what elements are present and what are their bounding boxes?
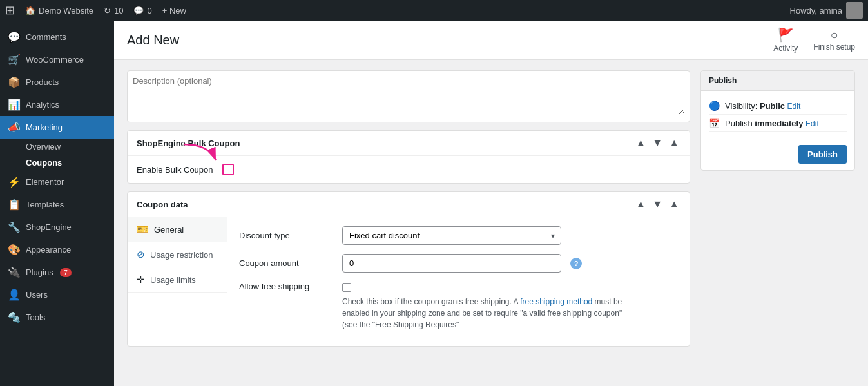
sub-item-label: Overview [26, 142, 61, 151]
arrow-svg [177, 138, 229, 170]
appearance-icon: 🎨 [8, 244, 21, 256]
publish-button[interactable]: Publish [798, 145, 847, 164]
elementor-icon: ⚡ [8, 176, 21, 188]
page-title: Add New [127, 33, 179, 48]
sidebar-item-appearance[interactable]: 🎨 Appearance [0, 238, 114, 261]
right-sidebar: Publish 🔵 Visibility: Public Edit 📅 [700, 70, 855, 347]
discount-type-select[interactable]: Percentage discount Fixed cart discount … [342, 226, 561, 245]
coupon-tabs: 🎫 General ⊘ Usage restriction ✛ Usage li… [128, 217, 227, 346]
sidebar-item-label: Plugins [26, 267, 53, 277]
publish-body: 🔵 Visibility: Public Edit 📅 Publish [701, 91, 854, 139]
activity-label: Activity [773, 44, 798, 53]
sidebar-item-label: Tools [26, 313, 45, 322]
updates-icon: ↻ [104, 6, 111, 15]
site-name: Demo Website [39, 6, 93, 15]
shopengine-icon: 🔧 [8, 221, 21, 233]
sidebar-item-marketing[interactable]: 📣 Marketing [0, 116, 114, 139]
panel-down-button[interactable]: ▼ [651, 137, 664, 149]
site-name-link[interactable]: 🏠 Demo Website [25, 6, 93, 15]
main-column: ShopEngine Bulk Coupon ▲ ▼ ▲ Enable Bulk… [127, 70, 690, 347]
comments-icon: 💬 [133, 6, 144, 15]
page-header-actions: 🚩 Activity ○ Finish setup [773, 27, 855, 53]
arrow-container [222, 164, 234, 175]
discount-type-select-wrapper: Percentage discount Fixed cart discount … [342, 226, 561, 245]
coupon-panel-down-button[interactable]: ▼ [651, 198, 664, 210]
home-icon: 🏠 [25, 6, 35, 15]
admin-bar: ⊞ 🏠 Demo Website ↻ 10 💬 0 + New Howdy, a… [0, 0, 868, 21]
sidebar-item-label: Elementor [26, 177, 64, 187]
new-content-link[interactable]: + New [162, 6, 186, 15]
sidebar-item-label: Marketing [26, 122, 63, 132]
tab-limits-label: Usage limits [150, 275, 196, 285]
sidebar-sub-coupons[interactable]: Coupons [0, 155, 114, 171]
visibility-edit-link[interactable]: Edit [787, 102, 801, 111]
visibility-row: 🔵 Visibility: Public Edit [709, 97, 847, 115]
free-shipping-checkbox-row [342, 282, 626, 292]
sidebar-item-templates[interactable]: 📋 Templates [0, 193, 114, 216]
description-textarea[interactable] [133, 76, 684, 115]
coupon-data-controls: ▲ ▼ ▲ [634, 198, 680, 210]
visibility-value: Public [760, 101, 785, 111]
visibility-label: Visibility: [725, 101, 757, 111]
discount-type-row: Discount type Percentage discount Fixed … [239, 226, 678, 245]
sidebar-item-comments[interactable]: 💬 Comments [0, 26, 114, 48]
sidebar-item-users[interactable]: 👤 Users [0, 284, 114, 306]
free-shipping-link[interactable]: free shipping method [520, 297, 592, 306]
tools-icon: 🔩 [8, 311, 21, 323]
wp-logo[interactable]: ⊞ [5, 3, 15, 17]
users-icon: 👤 [8, 289, 21, 301]
updates-link[interactable]: ↻ 10 [104, 6, 123, 15]
sidebar-item-elementor[interactable]: ⚡ Elementor [0, 171, 114, 193]
comments-link[interactable]: 💬 0 [133, 6, 151, 15]
limits-icon: ✛ [137, 274, 145, 285]
activity-button[interactable]: 🚩 Activity [773, 27, 798, 53]
avatar[interactable] [846, 2, 863, 19]
sidebar-item-shopengine[interactable]: 🔧 ShopEngine [0, 216, 114, 238]
free-shipping-checkbox[interactable] [342, 283, 351, 292]
coupon-amount-input[interactable] [342, 254, 561, 273]
comments-count: 0 [147, 6, 151, 15]
finish-setup-button[interactable]: ○ Finish setup [813, 28, 855, 52]
sidebar-item-analytics[interactable]: 📊 Analytics [0, 93, 114, 116]
publish-label: Publish [725, 119, 753, 128]
sidebar-item-woocommerce[interactable]: 🛒 WooCommerce [0, 48, 114, 71]
free-shipping-row: Allow free shipping Check this box if th… [239, 282, 678, 331]
coupon-panel-up-button[interactable]: ▲ [634, 198, 647, 210]
circle-icon: ○ [831, 28, 838, 41]
sidebar-item-label: Templates [26, 200, 64, 209]
sidebar-item-label: Comments [26, 32, 66, 42]
coupon-panel-collapse-button[interactable]: ▲ [668, 198, 680, 210]
tab-restriction-label: Usage restriction [150, 250, 213, 260]
discount-type-control: Percentage discount Fixed cart discount … [342, 226, 678, 245]
tab-usage-restriction[interactable]: ⊘ Usage restriction [128, 242, 227, 267]
publish-time-text: Publish immediately Edit [725, 119, 847, 128]
publish-time-edit-link[interactable]: Edit [805, 119, 819, 128]
coupon-amount-row: Coupon amount ? [239, 254, 678, 273]
wp-icon: ⊞ [5, 3, 15, 17]
panel-collapse-button[interactable]: ▲ [668, 137, 680, 149]
tab-usage-limits[interactable]: ✛ Usage limits [128, 267, 227, 293]
page-header: Add New 🚩 Activity ○ Finish setup [114, 21, 868, 60]
visibility-text: Visibility: Public Edit [725, 101, 847, 111]
sidebar-sub-overview[interactable]: Overview [0, 139, 114, 155]
sidebar-item-plugins[interactable]: 🔌 Plugins 7 [0, 261, 114, 284]
bulk-coupon-body: Enable Bulk Coupon [128, 156, 690, 183]
sidebar-item-label: WooCommerce [26, 55, 84, 64]
tab-general[interactable]: 🎫 General [128, 217, 227, 242]
help-icon[interactable]: ? [570, 258, 582, 269]
publish-time-value: immediately [755, 119, 803, 128]
coupon-amount-control: ? [342, 254, 678, 273]
panel-up-button[interactable]: ▲ [634, 137, 647, 149]
sidebar-item-label: Appearance [26, 245, 71, 255]
sidebar-item-label: Products [26, 77, 59, 87]
calendar-icon: 📅 [709, 118, 720, 128]
publish-box: Publish 🔵 Visibility: Public Edit 📅 [700, 70, 855, 171]
bulk-coupon-panel: ShopEngine Bulk Coupon ▲ ▼ ▲ Enable Bulk… [127, 130, 690, 184]
coupon-amount-label: Coupon amount [239, 258, 342, 268]
bulk-coupon-controls: ▲ ▼ ▲ [634, 137, 680, 149]
main-content: Add New 🚩 Activity ○ Finish setup [114, 21, 868, 386]
sidebar-item-label: Users [26, 290, 48, 300]
sidebar-item-products[interactable]: 📦 Products [0, 71, 114, 93]
sidebar-item-tools[interactable]: 🔩 Tools [0, 306, 114, 329]
analytics-icon: 📊 [8, 99, 21, 111]
